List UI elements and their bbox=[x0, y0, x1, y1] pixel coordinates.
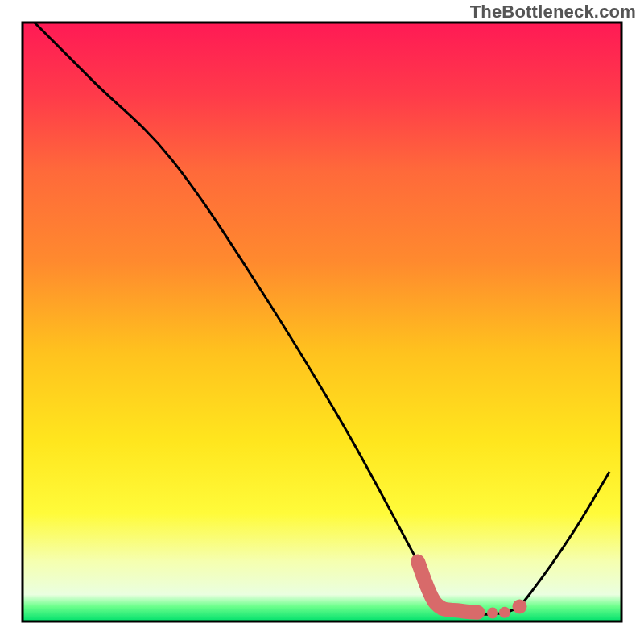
bottleneck-chart bbox=[0, 0, 644, 644]
gradient-background bbox=[23, 23, 621, 621]
chart-container: TheBottleneck.com bbox=[0, 0, 644, 644]
plot-area bbox=[23, 23, 621, 621]
highlight-dot bbox=[513, 599, 527, 613]
highlight-dot bbox=[499, 607, 510, 618]
highlight-dot bbox=[487, 608, 498, 619]
